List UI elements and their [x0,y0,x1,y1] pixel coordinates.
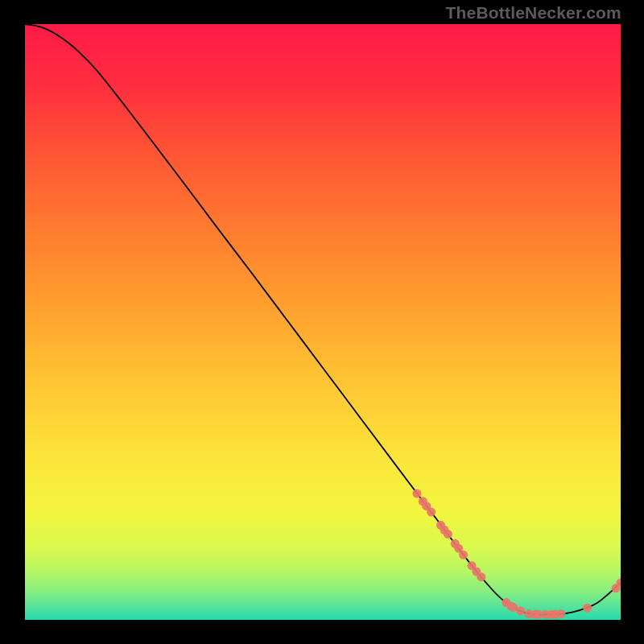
data-marker [516,606,525,615]
data-marker [477,572,485,581]
curve-line [25,24,621,615]
chart-stage: TheBottleNecker.com [0,0,644,644]
watermark-text: TheBottleNecker.com [445,3,621,23]
data-marker [444,530,452,539]
data-marker [427,508,436,517]
chart-svg [25,24,621,620]
data-marker [459,551,468,559]
data-marker [557,609,566,618]
data-marker [583,604,592,613]
data-marker [412,489,421,498]
data-markers [412,489,621,619]
